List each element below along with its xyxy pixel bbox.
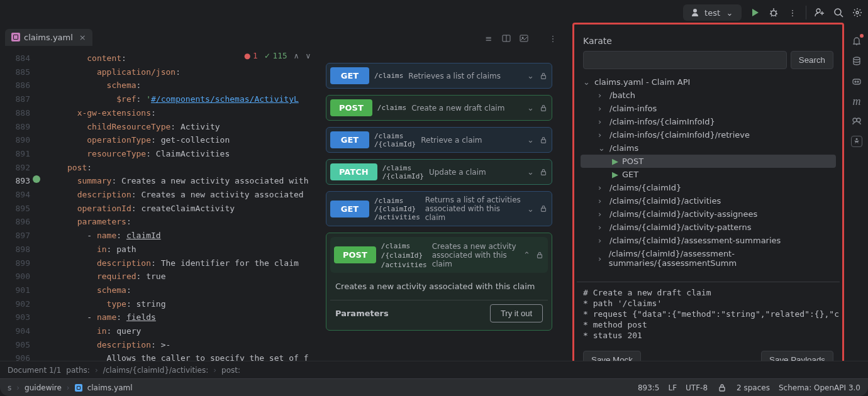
file-encoding[interactable]: UTF-8 — [686, 383, 708, 392]
yaml-file-icon — [11, 33, 20, 41]
karate-snippet: # Create a new draft claim * path '/clai… — [577, 282, 840, 346]
status-bar: s› guidewire› claims.yaml 893:5 LF UTF-8… — [0, 378, 868, 396]
try-it-out-button[interactable]: Try it out — [490, 304, 543, 322]
svg-rect-16 — [853, 79, 860, 84]
more-menu-icon[interactable]: ⋮ — [787, 7, 798, 18]
line-separator[interactable]: LF — [668, 383, 677, 392]
karate-title: Karate — [577, 27, 840, 51]
copilot-icon[interactable] — [851, 75, 862, 87]
tree-node[interactable]: ⌄/claims — [581, 141, 836, 155]
top-toolbar: test ⌄ ⋮ — [0, 0, 868, 25]
tree-node[interactable]: ›/claims/{claimId}/activity-assignees — [581, 207, 836, 221]
swagger-preview: GET/claimsRetrieves a list of claims⌄POS… — [326, 63, 552, 361]
search-icon[interactable] — [833, 7, 844, 18]
close-tab-icon[interactable]: × — [79, 33, 86, 42]
debug-button[interactable] — [768, 7, 779, 18]
karate-panel: Karate Search ⌄claims.yaml - Claim API›/… — [572, 23, 844, 377]
add-user-icon[interactable] — [814, 7, 825, 18]
svg-point-0 — [693, 9, 697, 13]
nav-filename[interactable]: claims.yaml — [87, 383, 133, 392]
svg-point-4 — [856, 11, 859, 14]
crumb-claim[interactable]: /claims/{claimId}/activities: — [103, 366, 209, 375]
svg-rect-12 — [542, 172, 546, 175]
preview-icon[interactable] — [518, 33, 530, 44]
tree-node[interactable]: ›/claims/{claimId} — [581, 181, 836, 194]
karate-search-input[interactable] — [583, 51, 787, 69]
svg-point-2 — [816, 9, 820, 13]
svg-rect-7 — [520, 35, 528, 41]
settings-icon[interactable] — [852, 7, 863, 18]
nav-project[interactable]: guidewire — [25, 383, 62, 392]
svg-point-18 — [857, 81, 859, 82]
editor-tab-bar: claims.yaml × — [0, 26, 88, 48]
tree-node[interactable]: ▶POST — [581, 155, 836, 168]
tree-node[interactable]: ›/claims/{claimId}/assessment-summaries — [581, 234, 836, 247]
tree-node[interactable]: ›/claims/{claimId}/activities — [581, 194, 836, 207]
svg-point-20 — [857, 118, 860, 122]
cursor-position[interactable]: 893:5 — [638, 383, 660, 392]
run-config-selector[interactable]: test ⌄ — [683, 4, 742, 21]
karate-search-button[interactable]: Search — [791, 51, 833, 69]
swagger-op-expanded: POST/claims/{claimId}/activitiesCreates … — [326, 233, 552, 331]
chevron-down-icon: ⌄ — [724, 7, 735, 18]
karate-tree: ⌄claims.yaml - Claim API›/batch›/claim-i… — [577, 75, 840, 282]
indent-setting[interactable]: 2 spaces — [737, 383, 770, 392]
svg-rect-11 — [542, 140, 546, 143]
run-button[interactable] — [749, 7, 760, 18]
line-gutter: 8848858868878888898908918928938948958968… — [0, 49, 38, 361]
divider — [806, 6, 806, 19]
more-editor-icon[interactable]: ⋮ — [547, 33, 559, 44]
crumb-path[interactable]: paths: — [66, 366, 90, 375]
tree-node[interactable]: ▶GET — [581, 168, 836, 181]
m-tool-icon[interactable]: m — [851, 96, 862, 107]
notifications-icon[interactable] — [851, 35, 862, 47]
svg-rect-22 — [720, 387, 725, 391]
crumb-post[interactable]: post: — [221, 366, 240, 375]
svg-rect-10 — [542, 107, 546, 111]
swagger-op-post[interactable]: POST/claimsCreate a new draft claim⌄ — [326, 95, 552, 121]
swagger-op-patch[interactable]: PATCH/claims/{claimId}Update a claim⌄ — [326, 159, 552, 185]
svg-rect-13 — [542, 208, 546, 211]
run-config-name: test — [704, 8, 720, 18]
svg-rect-14 — [538, 255, 542, 258]
tab-filename: claims.yaml — [24, 33, 73, 42]
breadcrumbs: Document 1/1 paths: › /claims/{claimId}/… — [0, 361, 868, 378]
tree-node[interactable]: ›/claim-infos — [581, 102, 836, 115]
right-tool-strip: m — [845, 25, 868, 396]
tree-node[interactable]: ›/claims/{claimId}/activity-patterns — [581, 221, 836, 234]
editor-view-toggles: ≡ ⋮ — [483, 33, 559, 44]
person-icon — [689, 7, 701, 18]
assist-icon[interactable] — [851, 116, 862, 127]
svg-point-1 — [771, 11, 776, 16]
svg-rect-9 — [542, 75, 546, 79]
tree-node[interactable]: ›/claim-infos/{claimInfoId} — [581, 115, 836, 128]
file-tab[interactable]: claims.yaml × — [5, 29, 92, 46]
swagger-op-get[interactable]: GET/claims/{claimId}Retrieve a claim⌄ — [326, 127, 552, 153]
tree-node[interactable]: ›/claim-infos/{claimInfoId}/retrieve — [581, 128, 836, 141]
split-view-icon[interactable] — [501, 33, 512, 44]
svg-point-15 — [854, 57, 860, 60]
svg-point-3 — [835, 9, 841, 15]
accessibility-icon[interactable] — [851, 136, 862, 147]
tree-root[interactable]: ⌄claims.yaml - Claim API — [581, 75, 836, 89]
svg-point-21 — [856, 138, 858, 140]
yaml-file-icon — [75, 384, 82, 392]
readonly-icon[interactable] — [716, 382, 728, 393]
svg-point-19 — [853, 118, 857, 122]
schema-setting[interactable]: Schema: OpenAPI 3.0 — [779, 383, 860, 392]
database-icon[interactable] — [851, 55, 862, 67]
crumb-doc[interactable]: Document 1/1 — [8, 366, 61, 375]
tree-node[interactable]: ›/claims/{claimId}/assessment-summaries/… — [581, 247, 836, 270]
svg-point-17 — [855, 81, 856, 82]
swagger-op-get[interactable]: GET/claims/{claimId}/activitiesReturns a… — [326, 191, 552, 226]
swagger-op-get[interactable]: GET/claimsRetrieves a list of claims⌄ — [326, 63, 552, 89]
list-view-icon[interactable]: ≡ — [483, 33, 494, 44]
tree-node[interactable]: ›/batch — [581, 89, 836, 102]
